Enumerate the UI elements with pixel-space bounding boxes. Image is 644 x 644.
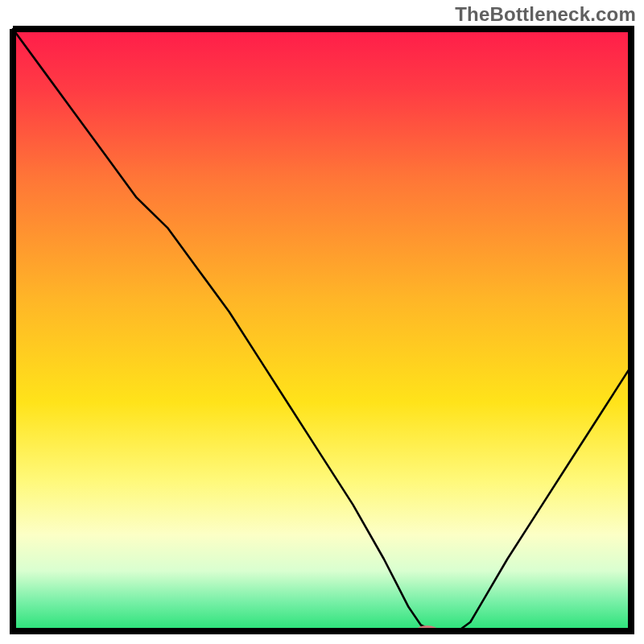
watermark-text: TheBottleneck.com (455, 3, 636, 26)
chart-canvas (10, 26, 634, 634)
page-root: TheBottleneck.com (0, 0, 644, 644)
bottleneck-chart (10, 26, 634, 634)
gradient-background (13, 29, 631, 631)
